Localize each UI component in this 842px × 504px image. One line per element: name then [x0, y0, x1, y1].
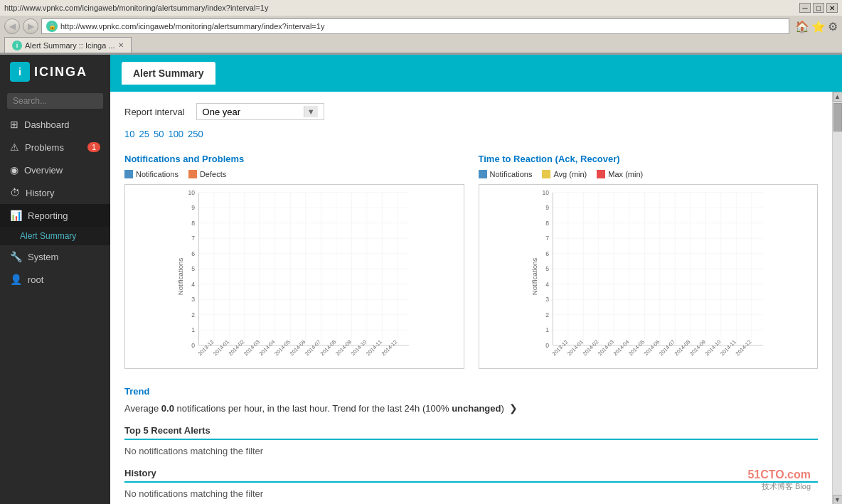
legend-notifications-label: Notifications: [136, 170, 178, 178]
svg-text:8: 8: [545, 220, 549, 227]
home-icon[interactable]: 🏠: [795, 20, 809, 33]
svg-text:2014-05: 2014-05: [627, 338, 646, 357]
select-arrow-icon: ▼: [304, 106, 318, 117]
interval-select[interactable]: One year ▼: [196, 103, 324, 120]
svg-text:1: 1: [191, 326, 195, 333]
topbar: Alert Summary: [110, 55, 842, 92]
chart2-container: Time to Reaction (Ack, Recover) Notifica…: [479, 154, 819, 369]
svg-text:2013-12: 2013-12: [550, 338, 569, 357]
svg-text:2014-12: 2014-12: [380, 338, 399, 357]
chart2-title: Time to Reaction (Ack, Recover): [479, 154, 819, 164]
chart2-legend-notifications: Notifications: [479, 170, 533, 178]
svg-text:3: 3: [191, 296, 195, 303]
page-tab[interactable]: Alert Summary: [122, 62, 215, 85]
pagination-link-100[interactable]: 100: [168, 129, 183, 139]
report-interval-row: Report interval One year ▼: [124, 103, 818, 120]
svg-text:7: 7: [191, 235, 195, 242]
legend2-max-color: [597, 170, 605, 178]
svg-text:2014-03: 2014-03: [243, 338, 261, 357]
logo-text: ICINGA: [34, 65, 87, 80]
search-input[interactable]: [7, 93, 103, 109]
titlebar-buttons: ─ □ ✕: [799, 3, 838, 13]
interval-value: One year: [203, 107, 240, 117]
tab-close-icon[interactable]: ✕: [118, 41, 124, 49]
sidebar-item-root[interactable]: 👤 root: [0, 268, 110, 291]
svg-text:2014-10: 2014-10: [350, 338, 368, 357]
svg-text:2014-01: 2014-01: [212, 338, 230, 357]
chart2-legend: Notifications Avg (min) Max (min): [479, 170, 819, 178]
svg-text:2014-10: 2014-10: [703, 338, 722, 357]
close-button[interactable]: ✕: [826, 3, 838, 13]
sidebar: i ICINGA ⊞ Dashboard ⚠ Problems 1 ◉ Over…: [0, 55, 110, 504]
sidebar-item-reporting[interactable]: 📊 Reporting: [0, 204, 110, 227]
trend-arrow-icon: ❯: [509, 402, 518, 414]
pagination-links: 10 25 50 100 250: [124, 129, 818, 139]
scrollbar-down-arrow[interactable]: ▼: [833, 495, 843, 504]
history-icon: ⏱: [10, 187, 20, 198]
top5-section: Top 5 Recent Alerts No notifications mat…: [124, 425, 818, 456]
chart1-legend-defects: Defects: [188, 170, 226, 178]
svg-text:Notifications: Notifications: [176, 258, 184, 296]
scrollbar[interactable]: ▲ ▼: [832, 92, 842, 504]
system-icon: 🔧: [10, 251, 22, 262]
sidebar-item-overview[interactable]: ◉ Overview: [0, 159, 110, 181]
browser-titlebar: http://www.vpnkc.com/icingaweb/monitorin…: [0, 0, 842, 16]
svg-text:2014-11: 2014-11: [719, 338, 737, 357]
top5-no-data: No notifications matching the filter: [124, 446, 818, 456]
maximize-button[interactable]: □: [813, 3, 824, 13]
svg-text:2014-07: 2014-07: [304, 338, 322, 357]
scrollbar-up-arrow[interactable]: ▲: [833, 92, 843, 102]
watermark-line1: 51CTO.com: [747, 468, 811, 481]
chart1-svg: Notifications: [125, 185, 464, 368]
legend2-notifications-label: Notifications: [490, 170, 533, 178]
svg-text:2014-06: 2014-06: [642, 338, 661, 357]
sidebar-item-label: System: [28, 252, 58, 262]
svg-text:1: 1: [545, 326, 549, 333]
sidebar-item-label: root: [28, 274, 43, 285]
trend-suffix: notifications per hour, in the last hour…: [174, 403, 449, 414]
pagination-link-250[interactable]: 250: [188, 129, 203, 139]
trend-prefix: Average: [124, 403, 161, 414]
svg-text:2014-12: 2014-12: [734, 338, 752, 357]
chart1-area: Notifications: [124, 184, 464, 369]
forward-button[interactable]: ▶: [23, 18, 38, 34]
svg-text:4: 4: [191, 281, 195, 288]
star-icon[interactable]: ⭐: [811, 20, 826, 33]
tab-favicon: i: [12, 41, 22, 50]
sidebar-item-problems[interactable]: ⚠ Problems 1: [0, 136, 110, 159]
browser-tab[interactable]: i Alert Summary :: Icinga ... ✕: [4, 37, 132, 53]
svg-text:2014-04: 2014-04: [258, 338, 277, 357]
report-interval-label: Report interval: [124, 107, 185, 117]
chart1-title: Notifications and Problems: [124, 154, 464, 164]
svg-text:2014-02: 2014-02: [581, 338, 599, 357]
history-header: History: [124, 468, 818, 483]
scrollbar-thumb[interactable]: [833, 103, 842, 132]
svg-text:4: 4: [545, 281, 549, 288]
legend-notifications-color: [124, 170, 133, 178]
pagination-link-10[interactable]: 10: [124, 129, 134, 139]
address-bar[interactable]: 🔒 http://www.vpnkc.com/icingaweb/monitor…: [41, 18, 789, 34]
legend2-max-label: Max (min): [608, 170, 643, 178]
app-wrapper: i ICINGA ⊞ Dashboard ⚠ Problems 1 ◉ Over…: [0, 55, 842, 504]
sidebar-item-history[interactable]: ⏱ History: [0, 181, 110, 204]
svg-text:6: 6: [545, 250, 549, 257]
problems-badge: 1: [87, 142, 100, 152]
svg-text:2014-05: 2014-05: [273, 338, 292, 357]
settings-icon[interactable]: ⚙: [828, 20, 838, 33]
svg-text:2014-03: 2014-03: [597, 338, 615, 357]
sidebar-item-dashboard[interactable]: ⊞ Dashboard: [0, 113, 110, 136]
tab-title: Alert Summary :: Icinga ...: [25, 41, 115, 50]
pagination-link-25[interactable]: 25: [139, 129, 149, 139]
address-url-text: http://www.vpnkc.com/icingaweb/monitorin…: [60, 22, 324, 31]
sidebar-item-label: Overview: [24, 165, 63, 176]
svg-text:9: 9: [191, 204, 195, 211]
svg-text:3: 3: [545, 296, 549, 303]
sidebar-item-system[interactable]: 🔧 System: [0, 245, 110, 268]
pagination-link-50[interactable]: 50: [154, 129, 164, 139]
user-icon: 👤: [10, 274, 22, 285]
svg-text:7: 7: [545, 235, 549, 242]
sidebar-item-alert-summary[interactable]: Alert Summary: [0, 227, 110, 245]
main-area: Alert Summary Report interval One year ▼…: [110, 55, 842, 504]
minimize-button[interactable]: ─: [799, 3, 811, 13]
back-button[interactable]: ◀: [4, 18, 20, 34]
